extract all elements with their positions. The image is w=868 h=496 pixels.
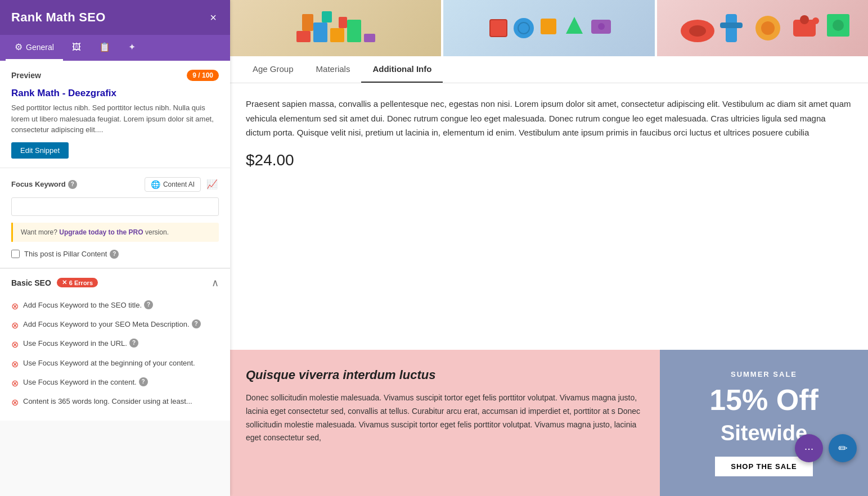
error-text-4: Use Focus Keyword at the beginning of yo… xyxy=(23,358,219,368)
seo-title: Rank Math SEO xyxy=(11,10,106,25)
edit-icon: ✏ xyxy=(838,441,848,455)
error-item-5: ⊗ Use Focus Keyword in the content. ? xyxy=(11,374,219,393)
seo-errors-list: ⊗ Add Focus Keyword to the SEO title. ? … xyxy=(11,297,219,413)
image-icon: 🖼 xyxy=(72,42,81,52)
error-circle-icon-1: ⊗ xyxy=(11,300,19,313)
error-circle-icon-6: ⊗ xyxy=(11,396,19,409)
promo-pink-text: Donec sollicitudin molestie malesuada. V… xyxy=(246,391,644,445)
basic-seo-header[interactable]: Basic SEO ✕ 6 Errors ∧ xyxy=(11,277,219,289)
fab-chat-button[interactable]: ··· xyxy=(795,434,823,462)
preview-section: Preview 9 / 100 Rank Math - Deezgrafix S… xyxy=(0,61,230,168)
preview-header: Preview 9 / 100 xyxy=(11,70,219,81)
svg-point-26 xyxy=(833,20,844,31)
focus-keyword-help-icon[interactable]: ? xyxy=(68,180,77,189)
seo-body: Preview 9 / 100 Rank Math - Deezgrafix S… xyxy=(0,61,230,496)
branch-icon: ✦ xyxy=(128,42,136,52)
close-button[interactable]: × xyxy=(208,12,219,23)
main-content: Age Group Materials Additional Info Prae… xyxy=(230,0,868,496)
error-circle-icon-3: ⊗ xyxy=(11,339,19,351)
sitewide-text: Sitewide xyxy=(721,421,807,445)
error-text-5: Use Focus Keyword in the content. ? xyxy=(23,377,219,387)
focus-keyword-label: Focus Keyword ? xyxy=(11,180,77,189)
error-help-icon-3[interactable]: ? xyxy=(129,339,138,348)
upgrade-notice: Want more? Upgrade today to the PRO vers… xyxy=(11,223,219,242)
error-circle-icon-4: ⊗ xyxy=(11,358,19,371)
tab-general-label: General xyxy=(26,43,54,52)
tab-general[interactable]: ⚙ General xyxy=(6,35,63,61)
promo-blue-section: SUMMER SALE 15% Off Sitewide SHOP THE SA… xyxy=(660,350,868,496)
ai-star-icon: 🌐 xyxy=(151,180,160,189)
svg-rect-12 xyxy=(541,19,556,34)
error-item-4: ⊗ Use Focus Keyword at the beginning of … xyxy=(11,355,219,374)
svg-rect-4 xyxy=(364,34,375,42)
summer-sale-label: SUMMER SALE xyxy=(731,370,797,378)
discount-text: 15% Off xyxy=(709,385,818,414)
error-text-1: Add Focus Keyword to the SEO title. ? xyxy=(23,300,219,310)
errors-badge: ✕ 6 Errors xyxy=(57,278,98,287)
error-help-icon-1[interactable]: ? xyxy=(144,300,153,309)
chart-button[interactable]: 📈 xyxy=(205,178,219,191)
score-badge: 9 / 100 xyxy=(187,70,219,81)
product-price: $24.00 xyxy=(246,151,852,169)
preview-link[interactable]: Rank Math - Deezgrafix xyxy=(11,88,219,99)
product-image-2 xyxy=(443,0,656,56)
svg-rect-7 xyxy=(339,17,347,28)
seo-panel: Rank Math SEO × ⚙ General 🖼 📋 ✦ xyxy=(0,0,230,496)
svg-point-15 xyxy=(598,23,605,30)
error-help-icon-2[interactable]: ? xyxy=(192,319,201,328)
svg-rect-5 xyxy=(302,14,313,31)
pillar-content-row: This post is Pillar Content ? xyxy=(11,250,219,259)
tab-age-group[interactable]: Age Group xyxy=(241,56,305,83)
edit-snippet-button[interactable]: Edit Snippet xyxy=(11,142,69,159)
error-circle-icon-2: ⊗ xyxy=(11,319,19,332)
list-icon: 📋 xyxy=(99,42,110,52)
error-circle-icon-5: ⊗ xyxy=(11,377,19,390)
promo-pink-section: Quisque viverra interdum luctus Donec so… xyxy=(230,350,660,496)
toy-image-svg-3 xyxy=(664,3,861,53)
collapse-button[interactable]: ∧ xyxy=(212,277,219,289)
svg-point-24 xyxy=(812,17,819,24)
focus-keyword-input[interactable] xyxy=(11,197,219,216)
error-item-2: ⊗ Add Focus Keyword to your SEO Meta Des… xyxy=(11,316,219,335)
product-image-3 xyxy=(657,0,868,56)
fab-edit-button[interactable]: ✏ xyxy=(829,434,857,462)
svg-point-17 xyxy=(689,25,706,37)
seo-header: Rank Math SEO × xyxy=(0,0,230,35)
svg-marker-13 xyxy=(566,17,583,34)
images-row xyxy=(230,0,868,56)
tab-social[interactable]: 🖼 xyxy=(63,35,90,61)
pillar-help-icon[interactable]: ? xyxy=(110,250,119,259)
focus-keyword-header: Focus Keyword ? 🌐 Content AI 📈 xyxy=(11,177,219,192)
svg-rect-2 xyxy=(330,28,344,42)
error-item-6: ⊗ Content is 365 words long. Consider us… xyxy=(11,393,219,412)
svg-point-21 xyxy=(761,21,775,35)
tab-materials[interactable]: Materials xyxy=(305,56,362,83)
error-item-1: ⊗ Add Focus Keyword to the SEO title. ? xyxy=(11,297,219,316)
x-icon: ✕ xyxy=(62,279,67,286)
svg-point-10 xyxy=(514,18,534,38)
toy-image-svg-1 xyxy=(285,3,386,53)
seo-tabs: ⚙ General 🖼 📋 ✦ xyxy=(0,35,230,61)
tab-advanced[interactable]: ✦ xyxy=(119,35,145,61)
error-item-3: ⊗ Use Focus Keyword in the URL. ? xyxy=(11,335,219,354)
pillar-content-checkbox[interactable] xyxy=(11,250,20,258)
pillar-content-label: This post is Pillar Content ? xyxy=(24,250,119,259)
dots-icon: ··· xyxy=(804,442,814,455)
shop-the-sale-button[interactable]: SHOP THE SALE xyxy=(715,457,813,476)
preview-description: Sed porttitor lectus nibh. Sed porttitor… xyxy=(11,102,219,136)
basic-seo-title: Basic SEO xyxy=(11,278,51,287)
gear-icon: ⚙ xyxy=(15,42,23,52)
svg-rect-3 xyxy=(347,20,361,42)
toy-image-svg-2 xyxy=(473,3,625,53)
basic-seo-title-row: Basic SEO ✕ 6 Errors xyxy=(11,278,98,287)
bottom-row: Quisque viverra interdum luctus Donec so… xyxy=(230,350,868,496)
upgrade-link[interactable]: Upgrade today to the PRO xyxy=(59,228,143,236)
content-ai-button[interactable]: 🌐 Content AI xyxy=(145,177,201,192)
basic-seo-section: Basic SEO ✕ 6 Errors ∧ ⊗ Add Focus Keywo… xyxy=(0,268,230,421)
tab-schema[interactable]: 📋 xyxy=(90,35,119,61)
tab-additional-info[interactable]: Additional Info xyxy=(361,56,443,83)
error-help-icon-5[interactable]: ? xyxy=(139,377,148,386)
preview-label: Preview xyxy=(11,71,41,80)
svg-rect-8 xyxy=(490,20,507,37)
error-text-6: Content is 365 words long. Consider usin… xyxy=(23,396,219,407)
